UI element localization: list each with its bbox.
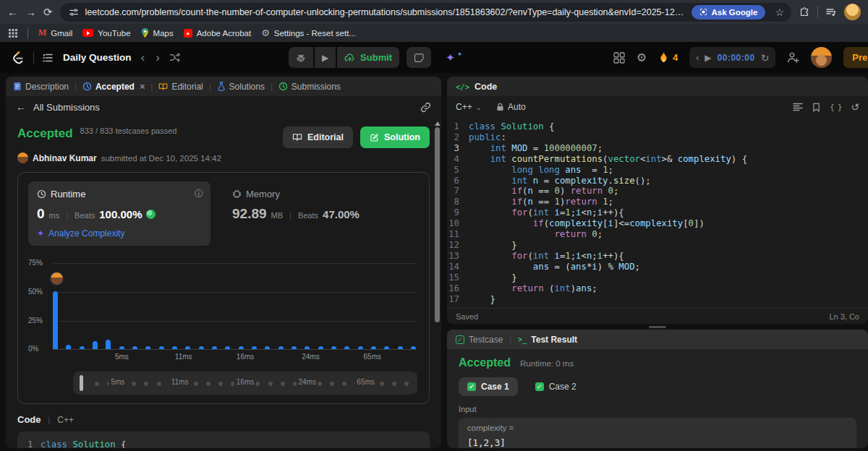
code-line[interactable]: 1class Solution { bbox=[27, 439, 420, 448]
minimap-thumb[interactable] bbox=[80, 375, 83, 391]
chart-bar[interactable] bbox=[398, 346, 403, 349]
chart-bar[interactable] bbox=[318, 346, 323, 349]
apps-grid-icon[interactable] bbox=[9, 29, 17, 38]
chart-bar[interactable] bbox=[172, 346, 177, 349]
back-icon[interactable]: ← bbox=[7, 7, 18, 17]
format-code-icon[interactable] bbox=[793, 103, 803, 111]
leetcode-logo[interactable] bbox=[10, 50, 25, 65]
chart-bar[interactable] bbox=[225, 346, 230, 349]
panel-scrollbar[interactable] bbox=[435, 121, 440, 322]
url-text[interactable]: leetcode.com/problems/count-the-number-o… bbox=[85, 7, 685, 17]
chart-bar[interactable] bbox=[132, 346, 137, 349]
memory-stat-card[interactable]: Memory 92.89 MB | Beats 47.00% bbox=[232, 181, 359, 222]
chart-bar[interactable] bbox=[384, 346, 389, 349]
submission-code-preview[interactable]: 1class Solution {2public:3 int MOD = 100… bbox=[17, 431, 430, 448]
chart-bar[interactable] bbox=[185, 346, 190, 349]
layout-grid-icon[interactable] bbox=[613, 52, 625, 64]
code-line[interactable]: 12 } bbox=[447, 240, 868, 251]
settings-gear-icon[interactable]: ⚙ bbox=[637, 52, 647, 64]
code-line[interactable]: 15 } bbox=[447, 272, 868, 283]
copy-link-icon[interactable] bbox=[420, 102, 431, 113]
chart-bar[interactable] bbox=[305, 346, 310, 349]
premium-button[interactable]: Premium bbox=[843, 47, 868, 68]
chart-bar[interactable] bbox=[344, 346, 349, 349]
chart-bar[interactable] bbox=[371, 346, 376, 349]
code-line[interactable]: 8 if(n == 1)return 1; bbox=[447, 197, 868, 207]
forward-icon[interactable]: → bbox=[25, 7, 36, 17]
reset-code-icon[interactable]: ↺ bbox=[851, 102, 859, 112]
chart-bar[interactable] bbox=[80, 346, 85, 349]
analyze-complexity-link[interactable]: ✦ Analyze Complexity bbox=[37, 228, 202, 239]
case-2-chip[interactable]: ✓ Case 2 bbox=[527, 377, 585, 396]
code-line[interactable]: 16 return (int)ans; bbox=[447, 283, 868, 294]
language-selector[interactable]: C++ ⌄ bbox=[456, 102, 482, 112]
media-queue-icon[interactable] bbox=[825, 7, 837, 18]
solution-button[interactable]: Solution bbox=[360, 126, 430, 148]
code-line[interactable]: 14 ans = (ans*i) % MOD; bbox=[447, 262, 868, 272]
bookmark-icon[interactable] bbox=[812, 103, 820, 112]
all-submissions-label[interactable]: All Submissions bbox=[33, 102, 100, 113]
code-line[interactable]: 10 if(complexity[i]<=complexity[0]) bbox=[447, 218, 868, 229]
chart-user-marker[interactable] bbox=[49, 271, 64, 286]
ask-google-button[interactable]: Ask Google bbox=[692, 5, 766, 20]
scrollbar-thumb[interactable] bbox=[435, 127, 440, 322]
streak-indicator[interactable]: 4 bbox=[658, 51, 678, 64]
case-1-chip[interactable]: ✓ Case 1 bbox=[459, 377, 518, 396]
daily-question-title[interactable]: Daily Question bbox=[63, 52, 132, 63]
tab-testcase[interactable]: ✓ Testcase bbox=[456, 335, 503, 345]
close-icon[interactable]: × bbox=[140, 81, 145, 92]
chart-bar[interactable] bbox=[53, 291, 58, 349]
chart-bar[interactable] bbox=[93, 341, 98, 349]
back-arrow-icon[interactable]: ← bbox=[16, 101, 26, 113]
browser-profile-avatar[interactable] bbox=[844, 4, 861, 20]
chart-minimap[interactable]: 5ms11ms16ms24ms65ms bbox=[73, 371, 417, 395]
timer-reset-icon[interactable]: ↻ bbox=[761, 53, 770, 63]
code-line[interactable]: 2public: bbox=[447, 132, 868, 143]
author-avatar[interactable] bbox=[17, 153, 28, 163]
chart-bar[interactable] bbox=[145, 346, 150, 349]
tab-submissions[interactable]: Submissions bbox=[278, 82, 341, 92]
chart-bar[interactable] bbox=[239, 346, 244, 349]
info-icon[interactable]: ⓘ bbox=[195, 188, 203, 200]
tab-description[interactable]: Description bbox=[13, 82, 69, 92]
shuffle-icon[interactable] bbox=[169, 52, 180, 63]
code-editor[interactable]: 1class Solution {2public:3 int MOD = 100… bbox=[447, 118, 868, 308]
input-field[interactable]: complexity = [1,2,3] bbox=[459, 418, 856, 448]
submit-button[interactable]: Submit bbox=[337, 47, 399, 68]
code-line[interactable]: 9 for(int i=1;i<n;i++){ bbox=[447, 207, 868, 218]
user-avatar[interactable] bbox=[811, 47, 832, 68]
chart-bar[interactable] bbox=[252, 346, 257, 349]
chart-bar[interactable] bbox=[265, 346, 270, 349]
bookmark-youtube[interactable]: YouTube bbox=[82, 29, 130, 38]
code-line[interactable]: 3 int MOD = 1000000007; bbox=[447, 143, 868, 154]
braces-icon[interactable]: { } bbox=[830, 103, 841, 111]
chart-bar[interactable] bbox=[212, 346, 217, 349]
code-line[interactable]: 11 return 0; bbox=[447, 229, 868, 240]
code-line[interactable]: 5 long long ans = 1; bbox=[447, 165, 868, 176]
chart-bar[interactable] bbox=[411, 346, 416, 349]
timer-widget[interactable]: ‹ ▶ 00:00:00 ↻ bbox=[689, 47, 775, 68]
code-line[interactable]: 4 int countPermutations(vector<int>& com… bbox=[447, 154, 868, 165]
run-button[interactable]: ▶ bbox=[315, 47, 336, 68]
prev-question-icon[interactable]: ‹ bbox=[140, 51, 147, 64]
author-name[interactable]: Abhinav Kumar bbox=[33, 153, 97, 163]
code-line[interactable]: 1class Solution { bbox=[447, 121, 868, 132]
code-line[interactable]: 6 int n = complexity.size(); bbox=[447, 176, 868, 186]
chart-bar[interactable] bbox=[119, 346, 124, 349]
site-info-icon[interactable] bbox=[69, 7, 79, 17]
bookmark-maps[interactable]: Maps bbox=[141, 28, 174, 38]
drag-handle[interactable] bbox=[649, 326, 666, 328]
editorial-button[interactable]: Editorial bbox=[283, 126, 353, 148]
tab-accepted[interactable]: Accepted × bbox=[82, 81, 145, 92]
chart-bar[interactable] bbox=[199, 346, 204, 349]
code-line[interactable]: 13 for(int i=1;i<n;i++){ bbox=[447, 251, 868, 262]
chart-bar[interactable] bbox=[331, 346, 336, 349]
bookmark-acrobat[interactable]: ▲ Adobe Acrobat bbox=[184, 29, 251, 38]
invite-user-icon[interactable] bbox=[787, 51, 799, 64]
code-line[interactable]: 7 if(n == 0) return 0; bbox=[447, 186, 868, 197]
auto-mode-toggle[interactable]: Auto bbox=[496, 102, 526, 112]
tab-solutions[interactable]: Solutions bbox=[217, 82, 265, 92]
chart-bar[interactable] bbox=[106, 340, 111, 349]
chart-bar[interactable] bbox=[292, 346, 297, 349]
chart-bar[interactable] bbox=[358, 346, 363, 349]
